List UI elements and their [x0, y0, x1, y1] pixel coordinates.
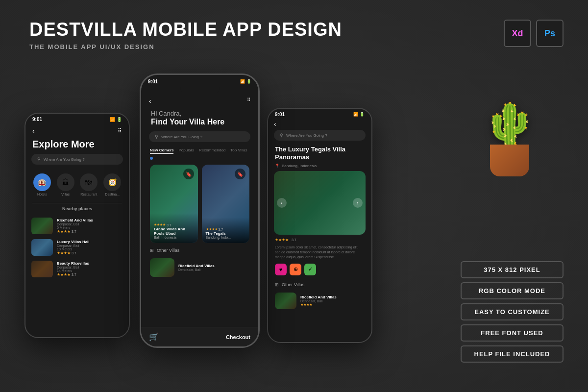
- checkout-button[interactable]: Checkout: [226, 334, 250, 340]
- grid-icon-2: ⊞: [150, 248, 154, 253]
- hotels-label: Hotels: [37, 193, 47, 196]
- phone-2: 9:01 📶 🔋 ‹ ⠿ Hi Candra, Find Your Villa …: [140, 74, 260, 348]
- p2-bottom-item: Ricefield And Villas Denpasar, Bali: [143, 256, 256, 279]
- menu-icon-1[interactable]: ⠿: [118, 127, 122, 134]
- back-button-1[interactable]: ‹: [32, 127, 35, 135]
- software-badges: Xd Ps: [504, 20, 564, 47]
- xd-badge: Xd: [504, 20, 531, 47]
- card-2[interactable]: 🔖 ★★★★ 3.7 The Tegals Bandung, Indo...: [202, 165, 250, 243]
- search-placeholder-1: Where Are You Going ?: [44, 157, 85, 162]
- place-thumb-2: [31, 239, 53, 256]
- tab-populars[interactable]: Populars: [178, 148, 194, 154]
- tab-indicator: [143, 157, 256, 163]
- stars-2: ★★★★: [57, 251, 71, 255]
- wifi-icon-3: 📶: [353, 112, 358, 117]
- p3-rating-row: ★★★★ 3.7: [268, 235, 371, 245]
- p2-hi-text: Hi Candra,: [151, 110, 248, 117]
- tag-green[interactable]: ✓: [304, 264, 316, 275]
- card-rating-stars-1: ★★★★: [154, 223, 166, 227]
- place-info-1: Ricefield And Villas Denpasar, Bali 0 Me…: [57, 218, 123, 234]
- villa-location: 📍 Bandung, Indonesia: [268, 163, 371, 171]
- battery-icon: 🔋: [117, 117, 122, 122]
- bookmark-btn-1[interactable]: 🔖: [183, 169, 194, 179]
- p3-description: Lorem ipsum dolor sit amet, consectetur …: [268, 245, 371, 259]
- hotels-icon: 🏨: [33, 173, 51, 191]
- feature-help: HELP FILE INCLUDED: [461, 345, 564, 363]
- prev-arrow[interactable]: ‹: [277, 198, 287, 208]
- search-placeholder-2: Where Are You Going ?: [161, 135, 202, 139]
- phones-container: 9:01 📶 🔋 ‹ ⠿ Explore More ⚲ Where Are Yo…: [24, 74, 372, 348]
- search-bar-3[interactable]: ⚲ Where Are You Going ?: [274, 130, 366, 141]
- search-icon-2: ⚲: [155, 134, 158, 139]
- p2-tabs: New Comers Populars Recommended Top Vill…: [143, 145, 256, 157]
- features-panel: 375 x 812 PIXEL RGB COLOR MODE EASY TO C…: [461, 261, 564, 363]
- page-subtitle: The Mobile App UI/UX Design: [29, 43, 342, 50]
- tab-new-comers[interactable]: New Comers: [150, 148, 173, 154]
- cat-hotels[interactable]: 🏨 Hotels: [33, 173, 51, 196]
- checkout-bar: 🛒 Checkout: [141, 327, 258, 346]
- phone-3: 9:01 📶 🔋 ‹ ⚲ Where Are You Going ? The L…: [267, 108, 372, 343]
- tab-top-villas[interactable]: Top Villas: [230, 148, 247, 154]
- tab-recommended[interactable]: Recommended: [199, 148, 225, 154]
- search-icon-3: ⚲: [280, 133, 283, 138]
- status-time-1: 9:01: [32, 117, 42, 122]
- stars-row-3: ★★★★ 3.7: [57, 272, 123, 277]
- grid-icon-3: ⊞: [275, 282, 279, 287]
- p3-bottom-loc: Denpasar, Bali: [300, 299, 337, 303]
- cat-restaurant[interactable]: 🍽 Restaurant: [80, 173, 98, 196]
- category-icons: 🏨 Hotels 🏛 Villas 🍽 Restaurant 🧭 Destina…: [25, 170, 129, 200]
- restaurant-icon: 🍽: [80, 173, 98, 191]
- stars-row-1: ★★★★ 3.7: [57, 229, 123, 234]
- p3-rating: 3.7: [292, 238, 296, 242]
- place-info-2: Luxury Villas Hall Denpasar, Bali 10 Met…: [57, 240, 123, 255]
- card-stars-1: ★★★★ 3.7: [154, 223, 194, 227]
- next-arrow[interactable]: ›: [353, 198, 363, 208]
- tag-pink[interactable]: ♥: [275, 264, 287, 275]
- header: DestVilla Mobile App Design The Mobile A…: [29, 20, 342, 50]
- stars-1: ★★★★: [57, 229, 71, 234]
- card-title-1: Grand Villas And Pools Ubud: [154, 227, 194, 236]
- place-name-2: Luxury Villas Hall: [57, 240, 123, 244]
- search-bar-1[interactable]: ⚲ Where Are You Going ?: [31, 154, 123, 165]
- p3-nav: ‹: [268, 118, 371, 130]
- phone-1-screen: ‹ ⠿ Explore More ⚲ Where Are You Going ?…: [25, 123, 129, 337]
- tag-orange[interactable]: ⊕: [290, 264, 301, 275]
- place-thumb-3: [31, 261, 53, 277]
- card-loc-1: Bali, Indonesia: [154, 236, 194, 239]
- card-rating-stars-2: ★★★★: [206, 227, 218, 231]
- place-item-1: Ricefield And Villas Denpasar, Bali 0 Me…: [25, 215, 129, 237]
- p3-other-villas: ⊞ Other Villas: [268, 279, 371, 290]
- destination-icon: 🧭: [103, 173, 121, 191]
- wifi-icon-2: 📶: [240, 79, 245, 84]
- p2-main-text: Find Your Villa Here: [151, 117, 248, 126]
- p2-cards: 🔖 ★★★★ 3.7 Grand Villas And Pools Ubud B…: [143, 163, 256, 245]
- feature-rgb: RGB COLOR MODE: [461, 282, 564, 299]
- place-loc-2: Denpasar, Bali: [57, 244, 123, 247]
- notch-2: [180, 84, 220, 94]
- card-1[interactable]: 🔖 ★★★★ 3.7 Grand Villas And Pools Ubud B…: [150, 165, 198, 243]
- bookmark-btn-2[interactable]: 🔖: [235, 169, 245, 179]
- place-item-2: Luxury Villas Hall Denpasar, Bali 10 Met…: [25, 237, 129, 258]
- card-overlay-1: ★★★★ 3.7 Grand Villas And Pools Ubud Bal…: [150, 213, 198, 243]
- search-bar-2[interactable]: ⚲ Where Are You Going ?: [149, 131, 250, 142]
- place-thumb-1: [31, 218, 53, 234]
- place-name-1: Ricefield And Villas: [57, 218, 123, 222]
- bottom-item-info: Ricefield And Villas Denpasar, Bali: [178, 264, 215, 271]
- menu-icon-2[interactable]: ⠿: [247, 97, 250, 105]
- bottom-thumb: [150, 258, 174, 277]
- p3-bottom-info: Ricefield And Villas Denpasar, Bali ★★★★: [300, 295, 337, 307]
- p3-tags: ♥ ⊕ ✓: [268, 260, 371, 279]
- card-loc-2: Bandung, Indo...: [206, 236, 246, 239]
- p3-hero-image: ‹ ›: [274, 171, 366, 235]
- back-button-3[interactable]: ‹: [274, 120, 276, 128]
- cat-villas[interactable]: 🏛 Villas: [57, 173, 74, 196]
- status-time-2: 9:01: [148, 79, 158, 84]
- status-icons-1: 📶 🔋: [110, 117, 122, 122]
- battery-icon-3: 🔋: [360, 112, 365, 117]
- feature-customize: EASY TO CUSTOMIZE: [461, 303, 564, 320]
- wifi-icon: 📶: [110, 117, 115, 122]
- card-title-2: The Tegals: [206, 231, 246, 236]
- cat-destination[interactable]: 🧭 Destina...: [103, 173, 121, 196]
- back-button-2[interactable]: ‹: [149, 97, 151, 105]
- place-name-3: Beauty Ricevillas: [57, 261, 123, 266]
